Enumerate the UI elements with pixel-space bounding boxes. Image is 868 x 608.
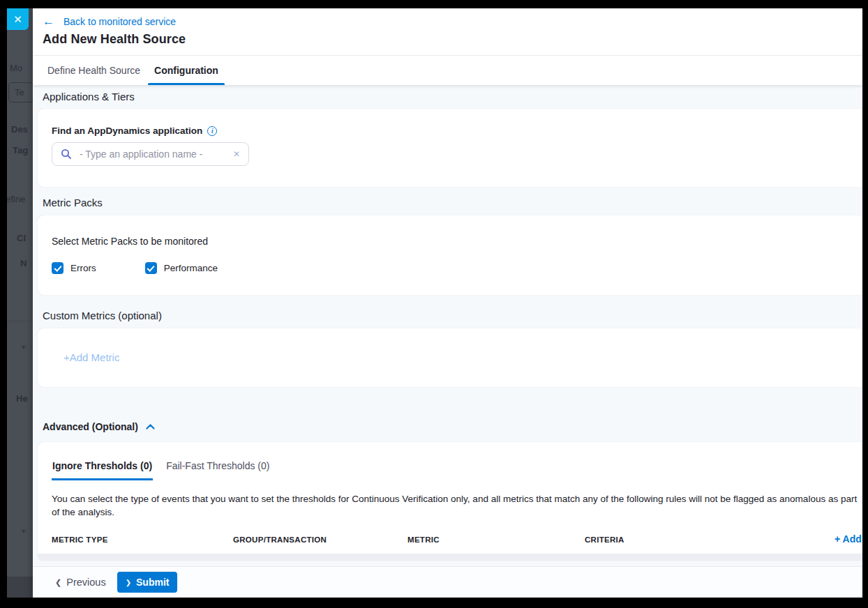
clear-search-icon[interactable]: ✕ [233, 149, 240, 159]
checkbox-checked-icon [52, 262, 63, 274]
background-text-fragment: Mo [10, 63, 22, 73]
advanced-optional-toggle[interactable]: Advanced (Optional) [43, 421, 862, 432]
applications-tiers-card: Find an AppDynamics application i ✕ [38, 109, 862, 187]
search-icon [61, 149, 72, 160]
thresholds-table-header: METRIC TYPE GROUP/TRANSACTION METRIC CRI… [38, 535, 862, 554]
chevron-right-icon: ❯ [126, 579, 131, 586]
thresholds-description-line1: You can select the type of events that y… [52, 492, 862, 506]
column-group-transaction: GROUP/TRANSACTION [233, 535, 407, 544]
background-text-fragment: Tag [13, 145, 28, 155]
checkbox-checked-icon [145, 262, 157, 274]
drawer-header: ← Back to monitored service Add New Heal… [33, 8, 862, 56]
wizard-tab-bar: Define Health Source Configuration [33, 56, 862, 85]
page-title: Add New Health Source [43, 32, 862, 47]
tab-label: Fail-Fast Thresholds (0) [166, 460, 269, 471]
add-health-source-drawer: ← Back to monitored service Add New Heal… [33, 8, 862, 598]
tab-fail-fast-thresholds[interactable]: Fail-Fast Thresholds (0) [165, 460, 270, 480]
tab-label: Configuration [154, 65, 218, 76]
tab-configuration[interactable]: Configuration [147, 56, 225, 85]
info-icon[interactable]: i [207, 126, 217, 136]
back-arrow-icon: ← [43, 17, 54, 26]
empty-table-strip [38, 554, 862, 561]
background-text-fragment: N [20, 258, 27, 268]
tab-label: Ignore Thresholds (0) [52, 460, 152, 471]
thresholds-description: You can select the type of events that y… [52, 492, 862, 519]
find-application-label: Find an AppDynamics application i [52, 126, 862, 136]
checkbox-performance[interactable]: Performance [145, 262, 218, 274]
application-search-box: ✕ [52, 142, 249, 166]
metric-packs-card: Select Metric Packs to be monitored Erro… [38, 215, 862, 295]
add-threshold-button[interactable]: + Add Threshold [835, 533, 862, 545]
column-criteria: CRITERIA [585, 535, 624, 544]
metric-packs-options: Errors Performance [52, 262, 862, 274]
background-input-fragment: Te [8, 82, 33, 102]
add-metric-button[interactable]: +Add Metric [63, 351, 119, 363]
application-search-input[interactable] [80, 149, 225, 160]
tab-define-health-source[interactable]: Define Health Source [40, 56, 147, 85]
custom-metrics-section-title: Custom Metrics (optional) [33, 295, 862, 328]
configuration-content: Applications & Tiers Find an AppDynamics… [33, 85, 862, 566]
background-text-fragment: Cl [17, 233, 26, 243]
advanced-optional-label: Advanced (Optional) [43, 421, 138, 432]
checkbox-label: Errors [70, 263, 96, 273]
applications-tiers-section-title: Applications & Tiers [33, 85, 862, 109]
submit-button-label: Submit [136, 577, 169, 588]
background-divider [7, 321, 33, 321]
chevron-left-icon: ❮ [55, 578, 61, 587]
close-drawer-button[interactable]: ✕ [7, 8, 29, 30]
thresholds-description-line2: of the analysis. [52, 506, 862, 519]
column-metric: METRIC [407, 535, 585, 544]
background-text-fragment: He [16, 393, 28, 404]
back-link-label: Back to monitored service [63, 16, 176, 27]
tab-ignore-thresholds[interactable]: Ignore Thresholds (0) [52, 460, 153, 480]
previous-button[interactable]: ❮ Previous [55, 577, 106, 588]
column-metric-type: METRIC TYPE [52, 535, 233, 544]
background-plus-fragment: + [21, 526, 27, 536]
background-text-fragment: Te [15, 87, 24, 98]
custom-metrics-card: +Add Metric [38, 328, 862, 387]
background-text-fragment: efine [7, 194, 25, 204]
thresholds-card: Ignore Thresholds (0) Fail-Fast Threshol… [38, 442, 862, 561]
dimmed-background-page: Mo Te Des Tag efine Cl N + He + [7, 8, 33, 598]
background-text-fragment: Des [11, 124, 28, 135]
thresholds-tab-bar: Ignore Thresholds (0) Fail-Fast Threshol… [38, 460, 862, 480]
metric-packs-section-title: Metric Packs [33, 187, 862, 215]
previous-button-label: Previous [66, 577, 105, 588]
tab-label: Define Health Source [47, 65, 140, 76]
checkbox-errors[interactable]: Errors [52, 262, 96, 274]
metric-packs-subtitle: Select Metric Packs to be monitored [52, 236, 862, 247]
submit-button[interactable]: ❯ Submit [117, 572, 178, 593]
back-to-monitored-service-link[interactable]: ← Back to monitored service [43, 16, 862, 27]
chevron-up-icon [146, 424, 155, 430]
drawer-footer: ❮ Previous ❯ Submit [33, 566, 862, 598]
close-icon: ✕ [13, 13, 22, 26]
background-footer-band [7, 577, 33, 598]
find-application-label-text: Find an AppDynamics application [52, 126, 202, 136]
checkbox-label: Performance [164, 263, 218, 273]
background-plus-fragment: + [21, 342, 27, 352]
